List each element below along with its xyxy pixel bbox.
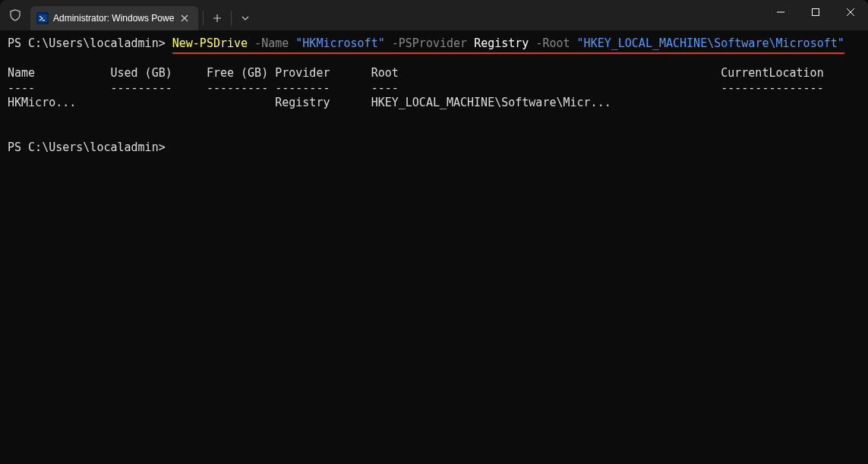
command: New-PSDrive [172, 36, 248, 50]
value-psprovider: Registry [474, 36, 529, 50]
table-row: HKMicro... Registry HKEY_LOCAL_MACHINE\S… [8, 96, 611, 109]
param-root: -Root [529, 36, 576, 50]
titlebar: Administrator: Windows Powe [0, 0, 868, 30]
minimize-button[interactable] [763, 0, 798, 24]
tab-title: Administrator: Windows Powe [53, 13, 174, 24]
tab-dropdown-button[interactable] [232, 6, 259, 30]
table-header: Name Used (GB) Free (GB) Provider Root C… [8, 66, 824, 80]
new-tab-button[interactable] [204, 6, 231, 30]
prompt: PS C:\Users\localadmin> [8, 36, 172, 50]
tab-powershell[interactable]: Administrator: Windows Powe [30, 6, 198, 30]
shield-icon [0, 0, 30, 30]
maximize-button[interactable] [798, 0, 833, 24]
prompt: PS C:\Users\localadmin> [8, 140, 166, 154]
value-root: "HKEY_LOCAL_MACHINE\Software\Microsoft" [577, 36, 844, 50]
table-divider: ---- --------- --------- -------- ---- -… [8, 81, 824, 95]
param-psprovider: -PSProvider [385, 36, 474, 50]
svg-rect-1 [813, 9, 819, 16]
value-name: "HKMicrosoft" [295, 36, 384, 50]
tab-close-button[interactable] [178, 12, 191, 24]
param-name: -Name [248, 36, 295, 50]
terminal-output[interactable]: PS C:\Users\localadmin> New-PSDrive -Nam… [0, 30, 868, 161]
tab-actions [203, 0, 259, 30]
window-controls [763, 0, 868, 30]
powershell-icon [36, 12, 49, 24]
close-button[interactable] [833, 0, 868, 24]
